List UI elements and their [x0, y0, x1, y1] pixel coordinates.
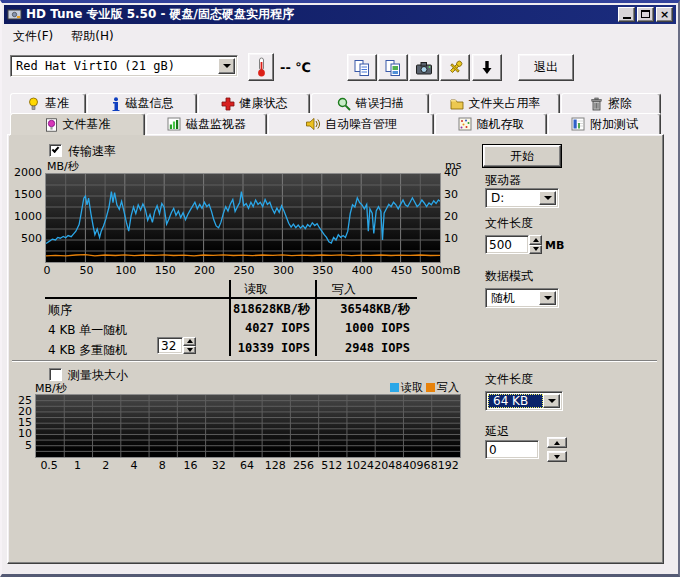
copy-text-icon	[353, 59, 371, 77]
drive-combobox[interactable]: D:	[485, 188, 559, 208]
chevron-down-icon[interactable]	[539, 291, 556, 305]
tab-disk-monitor[interactable]: 磁盘监视器	[146, 113, 267, 135]
4k-write-value: 1000 IOPS	[310, 321, 410, 335]
axis-tick-label: 450	[382, 264, 422, 277]
drive-selector[interactable]: Red Hat VirtIO (21 gB)	[10, 55, 238, 77]
axis-tick-label: 8	[146, 459, 178, 472]
transfer-rate-checkbox[interactable]	[49, 144, 62, 157]
disk-monitor-icon	[167, 117, 181, 131]
down-arrow-icon	[478, 59, 496, 77]
file-length-label: 文件长度	[485, 215, 533, 232]
maximize-button[interactable]	[637, 7, 654, 22]
spin-down-icon[interactable]	[183, 346, 196, 355]
tab-label: 基准	[45, 95, 69, 112]
axis-tick-label: 0	[27, 264, 67, 277]
measure-block-checkbox[interactable]	[49, 368, 62, 381]
tools-icon	[446, 59, 464, 77]
tab-health[interactable]: 健康状态	[198, 93, 310, 114]
main-chart-yleft-unit: MB/秒	[47, 159, 79, 174]
block-file-length-combobox[interactable]: 64 KB	[485, 391, 563, 411]
tab-label: 磁盘监视器	[186, 116, 246, 133]
tab-erase[interactable]: 擦除	[561, 93, 661, 114]
axis-tick-label: 500mB	[421, 264, 461, 277]
camera-icon	[415, 59, 433, 77]
menu-help[interactable]: 帮助(H)	[64, 26, 120, 47]
tab-benchmark[interactable]: 基准	[10, 93, 86, 114]
legend-read-swatch	[390, 383, 399, 392]
file-benchmark-icon	[45, 118, 58, 132]
collapse-button[interactable]	[472, 54, 502, 81]
chevron-down-icon[interactable]	[218, 58, 235, 74]
tab-label: 随机存取	[477, 116, 525, 133]
queue-depth-input[interactable]: 32	[157, 337, 183, 354]
start-button-label: 开始	[510, 148, 534, 165]
file-length-input[interactable]: 500	[485, 235, 529, 254]
tab-label: 错误扫描	[356, 95, 404, 112]
block-file-length-label: 文件长度	[485, 371, 533, 388]
start-button[interactable]: 开始	[483, 145, 561, 167]
transfer-rate-label: 传输速率	[68, 143, 116, 160]
tab-file-benchmark[interactable]: 文件基准	[10, 113, 145, 135]
axis-tick-label: 1500	[6, 188, 42, 201]
menu-file[interactable]: 文件(F)	[6, 26, 60, 47]
exit-button-label: 退出	[534, 59, 558, 76]
options-button[interactable]	[440, 54, 470, 81]
section-divider	[12, 360, 657, 362]
tab-folder-usage[interactable]: 文件夹占用率	[430, 93, 560, 114]
chevron-down-icon[interactable]	[543, 394, 560, 408]
axis-tick-label: 2000	[6, 166, 42, 179]
4k32-write-value: 2948 IOPS	[310, 341, 410, 355]
tab-random-access[interactable]: 随机存取	[435, 113, 547, 135]
screenshot-button[interactable]	[409, 54, 439, 81]
spin-down-icon[interactable]	[529, 245, 542, 255]
table-col-read: 读取	[244, 281, 268, 298]
delay-down-button[interactable]	[547, 451, 567, 462]
legend-read: 读取	[390, 380, 423, 395]
trash-icon	[590, 97, 603, 111]
axis-tick-label: 512	[316, 459, 348, 472]
axis-tick-label: 10	[444, 232, 468, 245]
temperature-button[interactable]	[248, 53, 274, 81]
tab-label: 自动噪音管理	[325, 116, 397, 133]
chevron-down-icon[interactable]	[539, 191, 556, 205]
tab-disk-info[interactable]: 磁盘信息	[87, 93, 197, 114]
titlebar[interactable]: HD Tune 专业版 5.50 - 硬盘/固态硬盘实用程序 ×	[4, 5, 676, 24]
magnifier-icon	[337, 97, 351, 111]
spin-up-icon[interactable]	[183, 337, 196, 346]
delay-input[interactable]: 0	[485, 440, 539, 459]
tab-label: 健康状态	[240, 95, 288, 112]
tab-error-scan[interactable]: 错误扫描	[311, 93, 429, 114]
close-button[interactable]: ×	[656, 7, 673, 22]
block-file-length-value: 64 KB	[488, 394, 543, 408]
folder-icon	[450, 97, 464, 110]
temperature-value: --	[280, 60, 291, 75]
file-length-stepper[interactable]	[529, 235, 542, 254]
spin-up-icon[interactable]	[529, 235, 542, 245]
axis-tick-label: 64	[231, 459, 263, 472]
4k-read-value: 4027 IOPS	[210, 321, 310, 335]
tab-extra-tests[interactable]: 附加测试	[548, 113, 661, 135]
tab-label: 擦除	[608, 95, 632, 112]
minimize-button[interactable]	[618, 7, 635, 22]
data-mode-combobox[interactable]: 随机	[485, 288, 559, 308]
file-length-unit: MB	[545, 239, 564, 252]
exit-button[interactable]: 退出	[518, 54, 574, 81]
axis-tick-label: 200	[185, 264, 225, 277]
tab-aam[interactable]: 自动噪音管理	[268, 113, 434, 135]
drive-label: 驱动器	[485, 172, 521, 189]
axis-tick-label: 500	[6, 232, 42, 245]
menubar: 文件(F) 帮助(H)	[6, 27, 121, 46]
axis-tick-label: 400	[342, 264, 382, 277]
queue-depth-stepper[interactable]	[183, 337, 196, 354]
speaker-icon	[305, 117, 320, 131]
delay-up-button[interactable]	[547, 437, 567, 448]
spin-up-icon	[554, 438, 560, 445]
benchmark-bulb-icon	[27, 97, 40, 111]
copy-image-button[interactable]	[378, 54, 408, 81]
axis-tick-label: 8192	[429, 459, 461, 472]
axis-tick-label: 1	[61, 459, 93, 472]
copy-text-button[interactable]	[347, 54, 377, 81]
tab-label: 文件夹占用率	[469, 95, 541, 112]
drive-selector-value: Red Hat VirtIO (21 gB)	[11, 59, 218, 73]
axis-tick-label: 300	[263, 264, 303, 277]
